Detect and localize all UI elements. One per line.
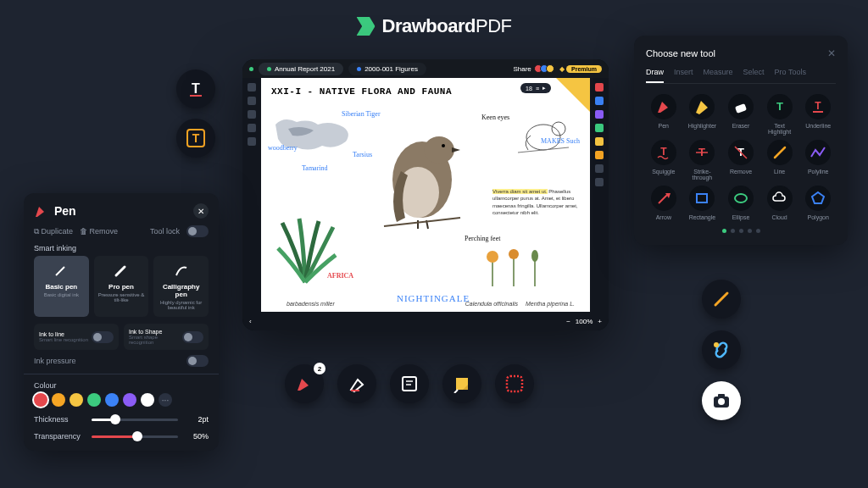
annotation: Siberian Tiger — [342, 110, 381, 118]
colour-swatch[interactable] — [105, 393, 119, 407]
tool-cloud[interactable]: Cloud — [762, 186, 798, 220]
tab-insert[interactable]: Insert — [674, 68, 693, 83]
pen-type-basic[interactable]: Basic pen Basic digital ink — [34, 256, 89, 317]
flowers-illustration — [476, 244, 552, 286]
annotation: NIGHTINGALE — [397, 293, 470, 303]
rail-tool-icon[interactable] — [595, 178, 604, 186]
left-toolbar — [242, 78, 261, 312]
brand-logo: DrawboardPDF — [357, 15, 512, 37]
note-quick-button[interactable] — [390, 364, 429, 403]
transparency-slider[interactable] — [92, 435, 178, 438]
tool-arrow[interactable]: Arrow — [646, 186, 682, 220]
tool-polyline[interactable]: Polyline — [800, 140, 836, 180]
tool-strike-through[interactable]: TStrike-through — [685, 140, 721, 180]
colour-swatch[interactable] — [123, 393, 136, 407]
pager-dot[interactable] — [731, 229, 735, 233]
rail-tool-icon[interactable] — [595, 110, 604, 119]
pager-dot[interactable] — [722, 229, 726, 233]
colour-swatch[interactable] — [34, 393, 47, 407]
doc-tab-2[interactable]: 2000-001 Figures — [348, 63, 426, 75]
ink-line-toggle[interactable] — [92, 331, 114, 343]
pen-type-pro[interactable]: Pro pen Pressure sensitive & tilt-like — [94, 256, 149, 317]
text-box-button[interactable]: T — [176, 119, 215, 158]
sticky-quick-button[interactable] — [442, 364, 481, 403]
tab-protools[interactable]: Pro Tools — [775, 68, 806, 83]
text-tool-button[interactable]: T — [176, 69, 215, 108]
rail-icon[interactable] — [248, 110, 256, 119]
svg-marker-23 — [696, 101, 708, 114]
pager-dot[interactable] — [739, 229, 743, 233]
tool-pen[interactable]: Pen — [646, 94, 682, 135]
rail-tool-icon[interactable] — [595, 164, 604, 173]
smart-inking-label: Smart inking — [34, 244, 209, 252]
tool-ellipse[interactable]: Ellipse — [723, 186, 759, 220]
duplicate-button[interactable]: ⧉ Duplicate — [34, 227, 73, 236]
share-button[interactable]: Share — [513, 65, 531, 73]
rail-icon[interactable] — [248, 124, 256, 132]
rail-icon[interactable] — [248, 83, 256, 92]
colour-swatch[interactable] — [52, 393, 65, 407]
tab-select[interactable]: Select — [743, 68, 765, 83]
tool-text-highlight[interactable]: TText Highlight — [762, 94, 798, 135]
svg-point-8 — [442, 144, 445, 147]
colour-swatch[interactable] — [141, 393, 154, 407]
line-tool-button[interactable] — [702, 280, 741, 319]
collaborator-avatars[interactable] — [537, 64, 554, 73]
colour-swatch[interactable] — [87, 393, 101, 407]
ink-to-shape-option[interactable]: Ink to ShapeSmart shape recognition — [124, 324, 209, 350]
svg-rect-46 — [507, 376, 522, 391]
svg-marker-7 — [452, 147, 460, 152]
tool-lock-toggle[interactable] — [186, 225, 209, 237]
remove-button[interactable]: 🗑 Remove — [80, 227, 118, 236]
pen-quick-button[interactable]: 2 — [285, 364, 324, 403]
zoom-out-button[interactable]: − — [566, 318, 570, 325]
tool-highlighter[interactable]: Highlighter — [685, 94, 721, 135]
pager-dot[interactable] — [748, 229, 752, 233]
rail-icon[interactable] — [248, 137, 256, 146]
link-tool-button[interactable] — [702, 330, 741, 369]
stamp-quick-button[interactable] — [495, 364, 534, 403]
rail-tool-icon[interactable] — [595, 124, 604, 132]
caption: Mentha piperina L. — [526, 301, 575, 307]
premium-badge[interactable]: ◆ Premium — [559, 65, 602, 73]
document-canvas[interactable]: 18≡▸ XXI-I - NATIVE FLORA AND FAUNA — [261, 78, 590, 312]
doc-tab-1[interactable]: Annual Report 2021 — [259, 63, 343, 75]
body-text: Viverra diam sit amet ut. Phasellus ulla… — [492, 188, 581, 217]
svg-point-18 — [509, 249, 519, 259]
add-colour-button[interactable]: ··· — [159, 393, 172, 407]
prev-page-button[interactable]: ‹ — [249, 318, 252, 325]
zoom-in-button[interactable]: + — [598, 318, 602, 325]
ink-to-line-option[interactable]: Ink to lineSmart line recognition — [34, 324, 119, 350]
rail-tool-icon[interactable] — [595, 97, 604, 105]
rail-icon[interactable] — [248, 97, 256, 105]
tool-underline[interactable]: TUnderline — [800, 94, 836, 135]
app-home-icon[interactable] — [249, 67, 253, 71]
rail-tool-icon[interactable] — [595, 151, 604, 159]
ink-shape-toggle[interactable] — [182, 331, 203, 343]
tool-remove[interactable]: TRemove — [723, 140, 759, 180]
status-bar: ‹ − 100% + — [242, 312, 609, 330]
colour-swatch[interactable] — [70, 393, 83, 407]
highlighter-quick-button[interactable] — [337, 364, 376, 403]
svg-rect-51 — [718, 394, 725, 397]
close-button[interactable]: ✕ — [827, 47, 836, 59]
tool-line[interactable]: Line — [762, 140, 798, 180]
pager-dot[interactable] — [756, 229, 760, 233]
svg-text:T: T — [815, 100, 822, 112]
tool-polygon[interactable]: Polygon — [800, 186, 836, 220]
tool-squiggle[interactable]: TSquiggle — [646, 140, 682, 180]
page-indicator[interactable]: 18≡▸ — [520, 83, 551, 93]
camera-tool-button[interactable] — [702, 381, 741, 420]
tool-grid: PenHighlighterEraserTText HighlightTUnde… — [646, 94, 836, 220]
close-button[interactable]: ✕ — [193, 203, 209, 219]
rail-tool-icon[interactable] — [595, 83, 604, 92]
tool-rectangle[interactable]: Rectangle — [685, 186, 721, 220]
thickness-slider[interactable] — [92, 419, 178, 421]
pen-type-calligraphy[interactable]: Calligraphy pen Highly dynamic for beaut… — [153, 256, 209, 317]
tool-eraser[interactable]: Eraser — [723, 94, 759, 135]
tab-draw[interactable]: Draw — [646, 68, 664, 83]
rail-tool-icon[interactable] — [595, 137, 604, 146]
tab-measure[interactable]: Measure — [704, 68, 733, 83]
ink-pressure-toggle[interactable] — [186, 355, 209, 367]
colour-swatches: ··· — [34, 393, 209, 407]
